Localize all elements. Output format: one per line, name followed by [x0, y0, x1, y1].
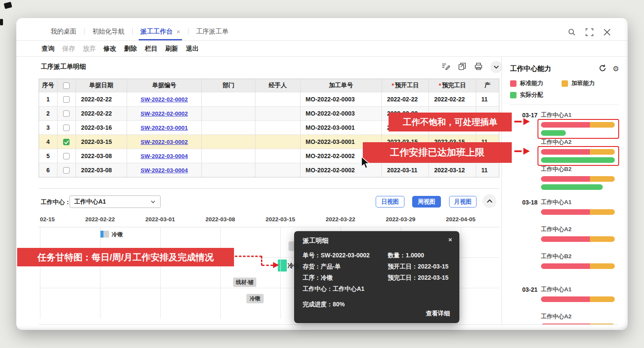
tooltip-field: 预完工日：2022-03-15: [388, 272, 451, 283]
tooltip-left: 单号：SW-2022-03-0002存货：产品-单工序：冷镦工作中心：工作中心A…: [303, 250, 388, 310]
column-header-handler[interactable]: 经手人: [255, 79, 301, 92]
toolbar-栏目[interactable]: 栏目: [145, 45, 158, 53]
refresh-icon[interactable]: [598, 64, 607, 74]
column-header-mo[interactable]: 加工单号: [301, 79, 382, 92]
standard-capacity-segment: [541, 209, 590, 215]
video-artifact: [4, 2, 12, 9]
capacity-bars-highlighted: [541, 149, 615, 163]
gantt-bar-in-progress[interactable]: [278, 259, 287, 272]
capacity-center: 工作中心A1: [541, 111, 619, 138]
legend-label: 加班能力: [571, 79, 595, 87]
document-link[interactable]: SW-2022-03-0004: [140, 153, 188, 159]
document-link[interactable]: SW-2022-02-0002: [140, 110, 188, 117]
column-header-end[interactable]: *预完工日: [429, 79, 476, 92]
tooltip-close-icon[interactable]: ×: [448, 236, 452, 243]
cell-qty: 11: [476, 163, 499, 177]
document-link[interactable]: SW-2022-03-0004: [140, 167, 188, 174]
capacity-center-list: 工作中心A1工作中心A2: [541, 286, 619, 324]
cell-seq: 4: [39, 134, 58, 149]
column-header-check[interactable]: [58, 79, 76, 92]
column-header-qty[interactable]: 产: [476, 79, 499, 92]
capacity-bars: [541, 176, 615, 190]
tab-我的桌面[interactable]: 我的桌面: [49, 27, 78, 40]
cell-date: 2022-03-16: [76, 120, 127, 134]
capacity-bars: [541, 296, 615, 302]
close-icon[interactable]: [603, 28, 611, 37]
work-center-selected-value: 工作中心A1: [74, 198, 106, 206]
cell-check: [58, 120, 76, 134]
column-header-seq[interactable]: 序号: [39, 79, 58, 92]
batch-edit-icon[interactable]: [441, 62, 450, 73]
toolbar-退出[interactable]: 退出: [186, 45, 199, 53]
day-view-button[interactable]: 日视图: [376, 196, 404, 208]
section-divider: [39, 188, 499, 189]
cell-code: SW-2022-02-0002: [127, 106, 202, 120]
callout-dashed-connector: [235, 256, 262, 257]
overtime-capacity-segment: [590, 209, 615, 215]
gantt-bar-scheduled[interactable]: [100, 231, 103, 238]
row-checkbox[interactable]: [63, 153, 70, 159]
axis-label: 2022-03-22: [325, 216, 355, 223]
toolbar-修改[interactable]: 修改: [103, 45, 116, 53]
grid-line: [160, 227, 161, 319]
toolbar-放弃: 放弃: [83, 45, 96, 53]
cell-dept: [202, 106, 255, 120]
header-checkbox[interactable]: [63, 82, 70, 89]
overtime-capacity-segment: [590, 296, 615, 302]
month-view-button[interactable]: 月视图: [449, 196, 477, 208]
gantt-task-pill[interactable]: 线材-辅: [233, 278, 256, 287]
toolbar-删除[interactable]: 删除: [124, 45, 137, 53]
cell-check: [58, 163, 76, 177]
axis-label: 2022-02-22: [85, 216, 115, 223]
tab-工序派工单[interactable]: 工序派工单: [194, 27, 230, 40]
view-detail-link[interactable]: 查看详细: [426, 310, 450, 317]
capacity-bar: [541, 236, 615, 242]
tab-separator: [132, 28, 133, 35]
legend-label: 标准能力: [520, 79, 543, 87]
callout-unsaturated: 工作不饱和，可处理插单: [389, 113, 512, 131]
toolbar-查询[interactable]: 查询: [42, 45, 55, 53]
document-link[interactable]: SW-2022-03-0002: [140, 139, 188, 145]
collapse-gantt-button[interactable]: [483, 194, 496, 208]
column-header-start[interactable]: *预开工日: [382, 79, 429, 92]
chevron-down-icon[interactable]: [490, 61, 502, 73]
row-checkbox[interactable]: [63, 139, 70, 145]
table-row[interactable]: 12022-02-22SW-2022-02-0002MO-2022-02-000…: [39, 92, 499, 106]
gear-icon[interactable]: ⚙: [613, 64, 619, 73]
toolbar-刷新[interactable]: 刷新: [165, 45, 178, 53]
row-checkbox[interactable]: [63, 110, 70, 117]
copy-edit-icon[interactable]: [458, 62, 467, 73]
document-link[interactable]: SW-2022-03-0001: [140, 125, 188, 131]
work-center-name: 工作中心A1: [541, 286, 619, 293]
detail-grid-icons: [441, 61, 502, 73]
search-icon[interactable]: [568, 28, 576, 37]
column-header-code[interactable]: 单据编号: [127, 79, 202, 92]
cell-date: 2022-02-22: [76, 106, 127, 120]
column-header-date[interactable]: 单据日期: [76, 79, 127, 92]
legend-swatch: [510, 92, 516, 98]
gantt-task-pill[interactable]: 冷镦: [246, 294, 264, 303]
header-label: 单据日期: [89, 82, 113, 89]
column-header-dept[interactable]: 部门: [202, 79, 255, 92]
week-view-button[interactable]: 周视图: [412, 196, 441, 208]
grid-line: [280, 227, 281, 319]
cell-date: 2022-03-08: [76, 149, 127, 163]
fullscreen-icon[interactable]: [585, 28, 594, 37]
row-checkbox[interactable]: [63, 125, 70, 131]
callout-dashed-connector: [262, 265, 273, 266]
work-center-select[interactable]: 工作中心A1: [70, 195, 161, 208]
tooltip-field: 完成进度：80%: [303, 299, 388, 310]
capacity-center: 工作中心A2: [541, 138, 619, 165]
row-checkbox[interactable]: [63, 167, 70, 174]
legend-divider: [510, 104, 619, 105]
tab-初始化导航[interactable]: 初始化导航: [91, 27, 126, 40]
print-icon[interactable]: [474, 62, 483, 73]
legend-item: 加班能力: [562, 79, 613, 87]
row-checkbox[interactable]: [63, 96, 70, 103]
legend-swatch: [562, 80, 568, 87]
work-center-name: 工作中心A1: [541, 111, 619, 119]
document-link[interactable]: SW-2022-02-0002: [140, 96, 188, 103]
tab-派工工作台[interactable]: 派工工作台×: [139, 27, 182, 40]
tab-close-icon[interactable]: ×: [176, 28, 180, 35]
table-row[interactable]: 62022-03-08SW-2022-03-0004MO-2022-02-000…: [39, 163, 499, 177]
